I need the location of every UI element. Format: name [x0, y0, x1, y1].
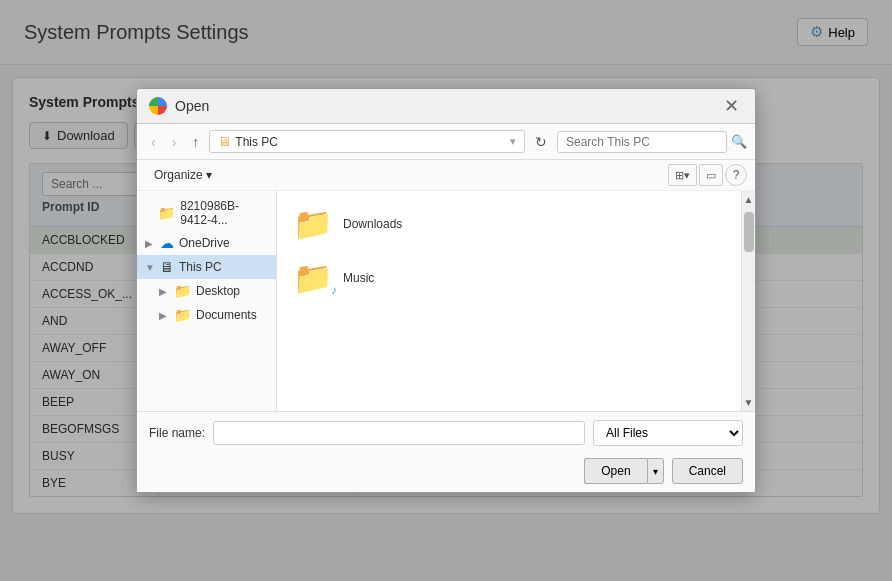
sidebar-item-desktop[interactable]: ▶ 📁 Desktop	[137, 279, 276, 303]
dialog-title: Open	[149, 97, 209, 115]
scrollbar-track	[742, 208, 755, 394]
open-dropdown-button[interactable]: ▾	[647, 458, 664, 484]
sidebar-item-folder[interactable]: 📁 8210986B-9412-4...	[137, 195, 276, 231]
dialog-body: 📁 8210986B-9412-4... ▶ ☁ OneDrive ▼ 🖥 Th…	[137, 191, 755, 411]
arrow-icon: ▶	[145, 238, 155, 249]
dialog-footer: File name: All Files Open ▾ Cancel	[137, 411, 755, 492]
dialog-files-area: 📁 Downloads 📁♪ Music	[277, 191, 741, 411]
onedrive-icon: ☁	[160, 235, 174, 251]
folder-downloads-icon: 📁	[293, 205, 333, 243]
nav-forward-button[interactable]: ›	[166, 131, 183, 153]
file-open-dialog: Open ✕ ‹ › ↑ 🖥 This PC ▾ ↻ 🔍 Organize ▾	[136, 88, 756, 493]
dialog-search-input[interactable]	[557, 131, 727, 153]
folder-desktop-icon: 📁	[174, 283, 191, 299]
dialog-overlay: Open ✕ ‹ › ↑ 🖥 This PC ▾ ↻ 🔍 Organize ▾	[0, 0, 892, 526]
address-dropdown-arrow[interactable]: ▾	[510, 135, 516, 148]
arrow-icon: ▶	[159, 286, 169, 297]
dialog-titlebar: Open ✕	[137, 89, 755, 124]
folder-music-icon: 📁♪	[293, 259, 333, 297]
folder-icon: 📁	[158, 205, 175, 221]
address-bar[interactable]: 🖥 This PC ▾	[209, 130, 525, 153]
music-note-badge: ♪	[331, 283, 337, 297]
file-item-music[interactable]: 📁♪ Music	[285, 253, 733, 303]
action-buttons-row: Open ▾ Cancel	[149, 458, 743, 484]
filename-label: File name:	[149, 426, 205, 440]
dialog-organize-toolbar: Organize ▾ ⊞▾ ▭ ?	[137, 160, 755, 191]
nav-up-button[interactable]: ↑	[186, 131, 205, 153]
grid-view-button[interactable]: ⊞▾	[668, 164, 697, 186]
preview-pane-button[interactable]: ▭	[699, 164, 723, 186]
dialog-close-button[interactable]: ✕	[720, 97, 743, 115]
dialog-search-go-button[interactable]: 🔍	[731, 134, 747, 149]
filename-input[interactable]	[213, 421, 585, 445]
organize-dropdown-icon: ▾	[206, 168, 212, 182]
sidebar-item-label: This PC	[179, 260, 222, 274]
nav-back-button[interactable]: ‹	[145, 131, 162, 153]
dialog-scrollbar[interactable]: ▲ ▼	[741, 191, 755, 411]
file-label: Music	[343, 271, 374, 285]
refresh-button[interactable]: ↻	[529, 131, 553, 153]
sidebar-item-onedrive[interactable]: ▶ ☁ OneDrive	[137, 231, 276, 255]
dialog-sidebar: 📁 8210986B-9412-4... ▶ ☁ OneDrive ▼ 🖥 Th…	[137, 191, 277, 411]
sidebar-item-label: OneDrive	[179, 236, 230, 250]
scroll-up-arrow[interactable]: ▲	[744, 191, 754, 208]
dialog-addressbar: ‹ › ↑ 🖥 This PC ▾ ↻ 🔍	[137, 124, 755, 160]
sidebar-item-label: Desktop	[196, 284, 240, 298]
pc-icon: 🖥	[218, 134, 231, 149]
pc-sidebar-icon: 🖥	[160, 259, 174, 275]
dialog-help-button[interactable]: ?	[725, 164, 747, 186]
arrow-icon: ▼	[145, 262, 155, 273]
file-item-downloads[interactable]: 📁 Downloads	[285, 199, 733, 249]
cancel-button[interactable]: Cancel	[672, 458, 743, 484]
organize-button[interactable]: Organize ▾	[145, 164, 221, 186]
folder-documents-icon: 📁	[174, 307, 191, 323]
open-button[interactable]: Open	[584, 458, 646, 484]
filename-row: File name: All Files	[149, 420, 743, 446]
view-icons-group: ⊞▾ ▭ ?	[668, 164, 747, 186]
file-label: Downloads	[343, 217, 402, 231]
chrome-icon	[149, 97, 167, 115]
sidebar-item-label: 8210986B-9412-4...	[180, 199, 268, 227]
open-button-group: Open ▾	[584, 458, 663, 484]
sidebar-item-label: Documents	[196, 308, 257, 322]
scroll-down-arrow[interactable]: ▼	[744, 394, 754, 411]
filetype-select[interactable]: All Files	[593, 420, 743, 446]
arrow-icon: ▶	[159, 310, 169, 321]
scrollbar-thumb[interactable]	[744, 212, 754, 252]
sidebar-item-documents[interactable]: ▶ 📁 Documents	[137, 303, 276, 327]
sidebar-item-this-pc[interactable]: ▼ 🖥 This PC	[137, 255, 276, 279]
